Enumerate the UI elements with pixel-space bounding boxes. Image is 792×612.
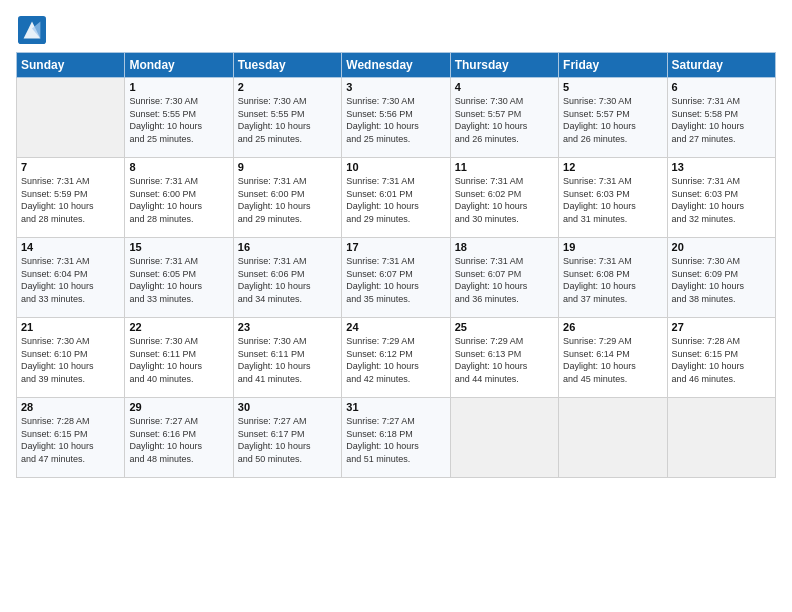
calendar-cell: 1Sunrise: 7:30 AM Sunset: 5:55 PM Daylig… — [125, 78, 233, 158]
weekday-header-sunday: Sunday — [17, 53, 125, 78]
day-info: Sunrise: 7:31 AM Sunset: 6:04 PM Dayligh… — [21, 255, 120, 305]
day-info: Sunrise: 7:31 AM Sunset: 6:02 PM Dayligh… — [455, 175, 554, 225]
calendar-cell: 13Sunrise: 7:31 AM Sunset: 6:03 PM Dayli… — [667, 158, 775, 238]
day-info: Sunrise: 7:31 AM Sunset: 6:00 PM Dayligh… — [129, 175, 228, 225]
weekday-header-saturday: Saturday — [667, 53, 775, 78]
week-row-5: 28Sunrise: 7:28 AM Sunset: 6:15 PM Dayli… — [17, 398, 776, 478]
calendar-cell: 15Sunrise: 7:31 AM Sunset: 6:05 PM Dayli… — [125, 238, 233, 318]
calendar-cell: 29Sunrise: 7:27 AM Sunset: 6:16 PM Dayli… — [125, 398, 233, 478]
weekday-header-row: SundayMondayTuesdayWednesdayThursdayFrid… — [17, 53, 776, 78]
day-info: Sunrise: 7:31 AM Sunset: 6:00 PM Dayligh… — [238, 175, 337, 225]
day-number: 17 — [346, 241, 445, 253]
week-row-4: 21Sunrise: 7:30 AM Sunset: 6:10 PM Dayli… — [17, 318, 776, 398]
calendar-cell: 11Sunrise: 7:31 AM Sunset: 6:02 PM Dayli… — [450, 158, 558, 238]
day-info: Sunrise: 7:30 AM Sunset: 6:09 PM Dayligh… — [672, 255, 771, 305]
calendar-cell: 21Sunrise: 7:30 AM Sunset: 6:10 PM Dayli… — [17, 318, 125, 398]
day-number: 22 — [129, 321, 228, 333]
calendar-cell: 9Sunrise: 7:31 AM Sunset: 6:00 PM Daylig… — [233, 158, 341, 238]
calendar-cell: 19Sunrise: 7:31 AM Sunset: 6:08 PM Dayli… — [559, 238, 667, 318]
calendar-cell: 10Sunrise: 7:31 AM Sunset: 6:01 PM Dayli… — [342, 158, 450, 238]
day-number: 23 — [238, 321, 337, 333]
day-info: Sunrise: 7:29 AM Sunset: 6:13 PM Dayligh… — [455, 335, 554, 385]
calendar-cell: 22Sunrise: 7:30 AM Sunset: 6:11 PM Dayli… — [125, 318, 233, 398]
calendar-cell: 8Sunrise: 7:31 AM Sunset: 6:00 PM Daylig… — [125, 158, 233, 238]
day-info: Sunrise: 7:30 AM Sunset: 5:55 PM Dayligh… — [129, 95, 228, 145]
day-info: Sunrise: 7:30 AM Sunset: 5:57 PM Dayligh… — [563, 95, 662, 145]
day-info: Sunrise: 7:31 AM Sunset: 5:59 PM Dayligh… — [21, 175, 120, 225]
header — [16, 16, 776, 44]
calendar-cell: 20Sunrise: 7:30 AM Sunset: 6:09 PM Dayli… — [667, 238, 775, 318]
day-info: Sunrise: 7:31 AM Sunset: 6:07 PM Dayligh… — [455, 255, 554, 305]
day-number: 27 — [672, 321, 771, 333]
day-info: Sunrise: 7:30 AM Sunset: 5:57 PM Dayligh… — [455, 95, 554, 145]
calendar-page: SundayMondayTuesdayWednesdayThursdayFrid… — [0, 0, 792, 612]
day-number: 13 — [672, 161, 771, 173]
calendar-table: SundayMondayTuesdayWednesdayThursdayFrid… — [16, 52, 776, 478]
day-info: Sunrise: 7:29 AM Sunset: 6:14 PM Dayligh… — [563, 335, 662, 385]
day-info: Sunrise: 7:27 AM Sunset: 6:17 PM Dayligh… — [238, 415, 337, 465]
calendar-cell: 2Sunrise: 7:30 AM Sunset: 5:55 PM Daylig… — [233, 78, 341, 158]
day-info: Sunrise: 7:28 AM Sunset: 6:15 PM Dayligh… — [672, 335, 771, 385]
day-number: 11 — [455, 161, 554, 173]
calendar-cell: 16Sunrise: 7:31 AM Sunset: 6:06 PM Dayli… — [233, 238, 341, 318]
calendar-cell: 26Sunrise: 7:29 AM Sunset: 6:14 PM Dayli… — [559, 318, 667, 398]
calendar-cell: 5Sunrise: 7:30 AM Sunset: 5:57 PM Daylig… — [559, 78, 667, 158]
day-info: Sunrise: 7:31 AM Sunset: 6:07 PM Dayligh… — [346, 255, 445, 305]
calendar-cell: 25Sunrise: 7:29 AM Sunset: 6:13 PM Dayli… — [450, 318, 558, 398]
day-info: Sunrise: 7:31 AM Sunset: 6:08 PM Dayligh… — [563, 255, 662, 305]
day-info: Sunrise: 7:29 AM Sunset: 6:12 PM Dayligh… — [346, 335, 445, 385]
day-number: 1 — [129, 81, 228, 93]
week-row-1: 1Sunrise: 7:30 AM Sunset: 5:55 PM Daylig… — [17, 78, 776, 158]
calendar-cell: 6Sunrise: 7:31 AM Sunset: 5:58 PM Daylig… — [667, 78, 775, 158]
calendar-cell: 14Sunrise: 7:31 AM Sunset: 6:04 PM Dayli… — [17, 238, 125, 318]
day-info: Sunrise: 7:30 AM Sunset: 6:11 PM Dayligh… — [238, 335, 337, 385]
day-number: 9 — [238, 161, 337, 173]
weekday-header-thursday: Thursday — [450, 53, 558, 78]
week-row-3: 14Sunrise: 7:31 AM Sunset: 6:04 PM Dayli… — [17, 238, 776, 318]
day-info: Sunrise: 7:31 AM Sunset: 6:03 PM Dayligh… — [563, 175, 662, 225]
weekday-header-friday: Friday — [559, 53, 667, 78]
day-info: Sunrise: 7:31 AM Sunset: 6:03 PM Dayligh… — [672, 175, 771, 225]
day-info: Sunrise: 7:31 AM Sunset: 6:06 PM Dayligh… — [238, 255, 337, 305]
day-info: Sunrise: 7:27 AM Sunset: 6:18 PM Dayligh… — [346, 415, 445, 465]
day-number: 3 — [346, 81, 445, 93]
day-number: 21 — [21, 321, 120, 333]
day-info: Sunrise: 7:30 AM Sunset: 6:11 PM Dayligh… — [129, 335, 228, 385]
day-number: 18 — [455, 241, 554, 253]
calendar-cell: 24Sunrise: 7:29 AM Sunset: 6:12 PM Dayli… — [342, 318, 450, 398]
calendar-cell: 3Sunrise: 7:30 AM Sunset: 5:56 PM Daylig… — [342, 78, 450, 158]
day-number: 28 — [21, 401, 120, 413]
logo — [16, 16, 50, 44]
calendar-cell — [17, 78, 125, 158]
calendar-cell: 18Sunrise: 7:31 AM Sunset: 6:07 PM Dayli… — [450, 238, 558, 318]
calendar-cell — [667, 398, 775, 478]
logo-icon — [18, 16, 46, 44]
day-number: 31 — [346, 401, 445, 413]
day-number: 10 — [346, 161, 445, 173]
day-number: 29 — [129, 401, 228, 413]
day-info: Sunrise: 7:28 AM Sunset: 6:15 PM Dayligh… — [21, 415, 120, 465]
calendar-cell: 23Sunrise: 7:30 AM Sunset: 6:11 PM Dayli… — [233, 318, 341, 398]
calendar-cell: 12Sunrise: 7:31 AM Sunset: 6:03 PM Dayli… — [559, 158, 667, 238]
day-number: 7 — [21, 161, 120, 173]
day-number: 24 — [346, 321, 445, 333]
calendar-cell — [559, 398, 667, 478]
calendar-cell: 30Sunrise: 7:27 AM Sunset: 6:17 PM Dayli… — [233, 398, 341, 478]
day-info: Sunrise: 7:31 AM Sunset: 6:01 PM Dayligh… — [346, 175, 445, 225]
day-number: 15 — [129, 241, 228, 253]
calendar-cell: 27Sunrise: 7:28 AM Sunset: 6:15 PM Dayli… — [667, 318, 775, 398]
week-row-2: 7Sunrise: 7:31 AM Sunset: 5:59 PM Daylig… — [17, 158, 776, 238]
day-number: 6 — [672, 81, 771, 93]
day-info: Sunrise: 7:30 AM Sunset: 5:55 PM Dayligh… — [238, 95, 337, 145]
calendar-cell — [450, 398, 558, 478]
day-info: Sunrise: 7:30 AM Sunset: 5:56 PM Dayligh… — [346, 95, 445, 145]
day-number: 30 — [238, 401, 337, 413]
calendar-cell: 28Sunrise: 7:28 AM Sunset: 6:15 PM Dayli… — [17, 398, 125, 478]
day-number: 26 — [563, 321, 662, 333]
day-number: 19 — [563, 241, 662, 253]
weekday-header-tuesday: Tuesday — [233, 53, 341, 78]
calendar-cell: 7Sunrise: 7:31 AM Sunset: 5:59 PM Daylig… — [17, 158, 125, 238]
day-info: Sunrise: 7:31 AM Sunset: 6:05 PM Dayligh… — [129, 255, 228, 305]
day-number: 20 — [672, 241, 771, 253]
day-number: 2 — [238, 81, 337, 93]
